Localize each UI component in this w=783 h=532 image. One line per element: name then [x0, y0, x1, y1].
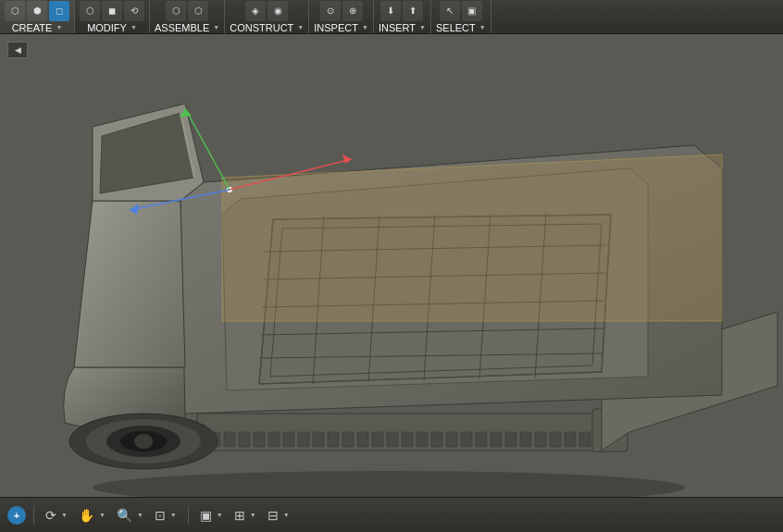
svg-rect-3 [224, 432, 235, 447]
construct-chevron: ▼ [297, 24, 304, 31]
svg-rect-4 [239, 432, 250, 447]
svg-rect-25 [550, 432, 561, 447]
toolbar-group-modify[interactable]: ⬡ ◼ ⟲ MODIFY ▼ [75, 0, 150, 33]
toolbar-group-select[interactable]: ↖ ▣ SELECT ▼ [431, 0, 491, 33]
grid-tool[interactable]: ⊞ ▼ [230, 506, 260, 525]
select-label: SELECT [436, 22, 476, 33]
svg-rect-9 [313, 432, 324, 447]
construct-icon-2: ◉ [267, 1, 288, 21]
assemble-label: ASSEMBLE [155, 22, 209, 33]
view-layout-icon: ⊟ [267, 508, 279, 523]
svg-rect-5 [254, 432, 265, 447]
assemble-chevron: ▼ [213, 24, 219, 31]
orbit-tool[interactable]: ⟳ ▼ [42, 506, 71, 525]
assemble-icon-1: ⬡ [166, 1, 186, 21]
modify-icon-2: ◼ [102, 1, 122, 21]
svg-rect-27 [579, 432, 590, 447]
svg-rect-26 [565, 432, 576, 447]
status-bar: + ⟳ ▼ ✋ ▼ 🔍 ▼ ⊡ ▼ ▣ ▼ ⊞ ▼ ⊟ ▼ [0, 497, 783, 532]
display-chevron: ▼ [217, 512, 223, 518]
zoom-chevron: ▼ [137, 512, 143, 518]
orbit-icon: ⟳ [45, 508, 56, 523]
view-layout-tool[interactable]: ⊟ ▼ [264, 506, 293, 525]
create-icon-3: ◻ [49, 1, 69, 21]
svg-marker-49 [342, 155, 352, 164]
toolbar-group-assemble[interactable]: ⬡ ⬡ ASSEMBLE ▼ [150, 0, 225, 33]
svg-point-35 [134, 434, 153, 449]
create-chevron: ▼ [56, 24, 62, 31]
svg-rect-24 [535, 432, 546, 447]
svg-rect-22 [505, 432, 516, 447]
modify-label: MODIFY [87, 22, 127, 33]
svg-rect-6 [268, 432, 280, 447]
svg-rect-16 [416, 432, 428, 447]
insert-icon-1: ⬇ [380, 1, 401, 21]
modify-icon-1: ⬡ [80, 1, 100, 21]
insert-label: INSERT [379, 22, 416, 33]
modify-icon-3: ⟲ [124, 1, 144, 21]
construct-label: CONSTRUCT [230, 22, 293, 33]
main-toolbar: ⬡ ⬢ ◻ CREATE ▼ ⬡ ◼ ⟲ MODIFY ▼ ⬡ ⬡ ASSEMB… [0, 0, 783, 34]
create-icon-2: ⬢ [27, 1, 47, 21]
inspect-icon-1: ⊙ [320, 1, 341, 21]
svg-rect-18 [446, 432, 457, 447]
create-icon-1: ⬡ [5, 1, 25, 21]
select-icon-2: ▣ [462, 1, 482, 21]
toolbar-group-inspect[interactable]: ⊙ ⊕ INSPECT ▼ [309, 0, 374, 33]
pan-chevron: ▼ [99, 512, 106, 518]
display-mode-tool[interactable]: ▣ ▼ [196, 506, 227, 525]
svg-rect-20 [476, 432, 487, 447]
toolbar-group-create[interactable]: ⬡ ⬢ ◻ CREATE ▼ [0, 0, 75, 33]
fit-chevron: ▼ [170, 512, 177, 518]
svg-rect-8 [298, 432, 309, 447]
fit-tool[interactable]: ⊡ ▼ [151, 506, 180, 525]
orbit-chevron: ▼ [61, 512, 68, 518]
select-icon-1: ↖ [440, 1, 460, 21]
svg-rect-21 [491, 432, 502, 447]
insert-icon-2: ⬆ [403, 1, 423, 21]
toolbar-group-insert[interactable]: ⬇ ⬆ INSERT ▼ [374, 0, 431, 33]
svg-rect-23 [520, 432, 531, 447]
svg-rect-13 [372, 432, 383, 447]
svg-rect-12 [357, 432, 368, 447]
svg-rect-14 [387, 432, 398, 447]
zoom-icon: 🔍 [117, 508, 132, 523]
insert-chevron: ▼ [419, 24, 426, 31]
statusbar-divider-1 [33, 506, 34, 525]
svg-rect-15 [402, 432, 413, 447]
car-model-canvas [0, 34, 783, 497]
pan-tool[interactable]: ✋ ▼ [75, 506, 109, 525]
inspect-chevron: ▼ [362, 24, 368, 31]
svg-rect-11 [342, 432, 354, 447]
inspect-icon-2: ⊕ [342, 1, 363, 21]
svg-rect-10 [328, 432, 339, 447]
statusbar-add-left-button[interactable]: + [7, 506, 26, 525]
zoom-tool[interactable]: 🔍 ▼ [113, 506, 147, 525]
pan-icon: ✋ [79, 508, 94, 523]
svg-rect-17 [431, 432, 442, 447]
view-layout-chevron: ▼ [283, 512, 290, 518]
grid-chevron: ▼ [250, 512, 256, 518]
modify-chevron: ▼ [130, 24, 137, 31]
svg-point-0 [93, 471, 685, 497]
toolbar-group-construct[interactable]: ◈ ◉ CONSTRUCT ▼ [225, 0, 309, 33]
svg-rect-19 [461, 432, 472, 447]
statusbar-divider-2 [188, 506, 189, 525]
display-icon: ▣ [200, 508, 212, 523]
fit-icon: ⊡ [155, 508, 166, 523]
create-label: CREATE [12, 22, 53, 33]
grid-icon: ⊞ [234, 508, 245, 523]
construct-icon-1: ◈ [245, 1, 266, 21]
assemble-icon-2: ⬡ [188, 1, 208, 21]
inspect-label: INSPECT [314, 22, 358, 33]
select-chevron: ▼ [479, 24, 486, 31]
3d-viewport[interactable]: ◀ [0, 34, 783, 497]
svg-rect-7 [283, 432, 294, 447]
